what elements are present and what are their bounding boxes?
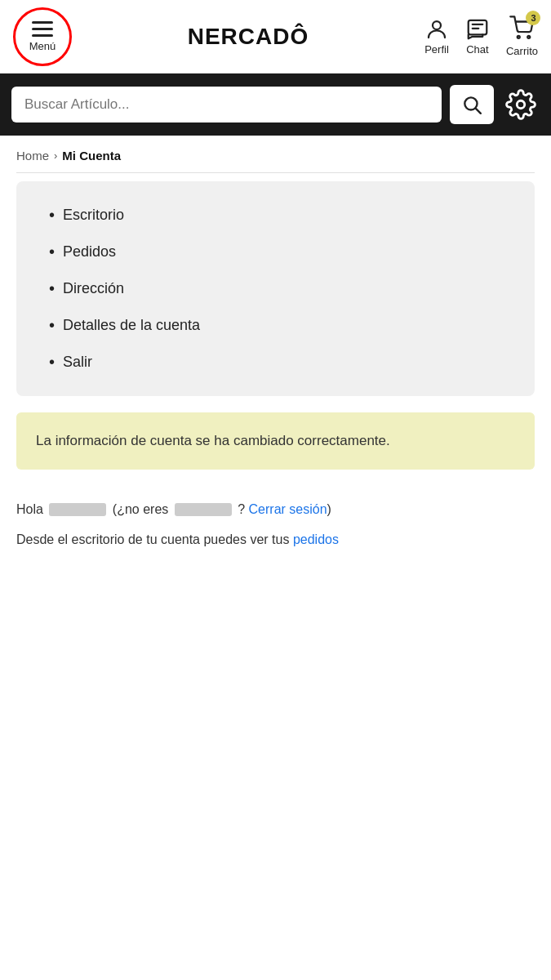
menu-label: Menú bbox=[29, 40, 56, 52]
search-icon bbox=[461, 94, 482, 115]
breadcrumb-separator: › bbox=[54, 149, 57, 162]
gear-icon bbox=[505, 89, 536, 120]
success-notification: La información de cuenta se ha cambiado … bbox=[16, 412, 535, 470]
hamburger-icon bbox=[32, 21, 53, 37]
pedidos-link[interactable]: pedidos bbox=[293, 532, 339, 546]
nav-icons: Perfil Chat 3 Carrito bbox=[424, 16, 538, 57]
profile-nav-item[interactable]: Perfil bbox=[424, 17, 449, 56]
menu-item-escritorio[interactable]: Escritorio bbox=[49, 206, 502, 225]
svg-line-7 bbox=[476, 109, 481, 114]
breadcrumb: Home › Mi Cuenta bbox=[0, 136, 551, 172]
search-button[interactable] bbox=[450, 85, 494, 124]
profile-icon bbox=[424, 17, 449, 42]
svg-point-8 bbox=[517, 100, 525, 109]
notification-message: La información de cuenta se ha cambiado … bbox=[36, 430, 515, 452]
hello-no-eres: ¿no eres bbox=[117, 502, 168, 516]
profile-label: Perfil bbox=[424, 43, 449, 56]
breadcrumb-divider bbox=[16, 172, 535, 173]
username2-blurred bbox=[175, 503, 232, 516]
desde-text: Desde el escritorio de tu cuenta puedes … bbox=[16, 532, 289, 546]
hello-prefix: Hola bbox=[16, 502, 43, 516]
chat-nav-item[interactable]: Chat bbox=[465, 17, 490, 56]
chat-label: Chat bbox=[466, 43, 488, 56]
svg-point-4 bbox=[518, 36, 520, 38]
menu-button[interactable]: Menú bbox=[13, 7, 72, 66]
cart-badge: 3 bbox=[526, 11, 540, 25]
menu-item-direccion[interactable]: Dirección bbox=[49, 279, 502, 298]
svg-point-0 bbox=[433, 21, 441, 29]
svg-rect-1 bbox=[469, 20, 487, 35]
hello-question-close: ? bbox=[238, 502, 248, 516]
search-input[interactable] bbox=[11, 87, 442, 122]
hello-section: Hola (¿no eres ? Cerrar sesión) Desde el… bbox=[0, 486, 551, 564]
hello-line: Hola (¿no eres ? Cerrar sesión) bbox=[16, 499, 535, 520]
brand-logo: NERCADÔ bbox=[188, 24, 309, 50]
breadcrumb-home[interactable]: Home bbox=[16, 149, 49, 163]
cart-label: Carrito bbox=[506, 45, 538, 57]
search-input-wrap bbox=[11, 87, 442, 122]
username-blurred bbox=[49, 503, 106, 516]
cart-nav-item[interactable]: 3 Carrito bbox=[506, 16, 538, 57]
search-bar bbox=[0, 74, 551, 136]
desde-line: Desde el escritorio de tu cuenta puedes … bbox=[16, 529, 535, 550]
menu-item-salir[interactable]: Salir bbox=[49, 353, 502, 372]
account-menu-card: Escritorio Pedidos Dirección Detalles de… bbox=[16, 181, 535, 396]
cerrar-sesion-link[interactable]: Cerrar sesión bbox=[249, 502, 327, 516]
chat-icon bbox=[465, 17, 490, 42]
menu-item-detalles[interactable]: Detalles de la cuenta bbox=[49, 316, 502, 335]
breadcrumb-current: Mi Cuenta bbox=[62, 149, 121, 163]
settings-button[interactable] bbox=[502, 86, 540, 123]
account-menu-list: Escritorio Pedidos Dirección Detalles de… bbox=[49, 206, 502, 372]
svg-point-5 bbox=[528, 36, 531, 38]
top-nav: Menú NERCADÔ Perfil Chat bbox=[0, 0, 551, 74]
menu-item-pedidos[interactable]: Pedidos bbox=[49, 243, 502, 261]
